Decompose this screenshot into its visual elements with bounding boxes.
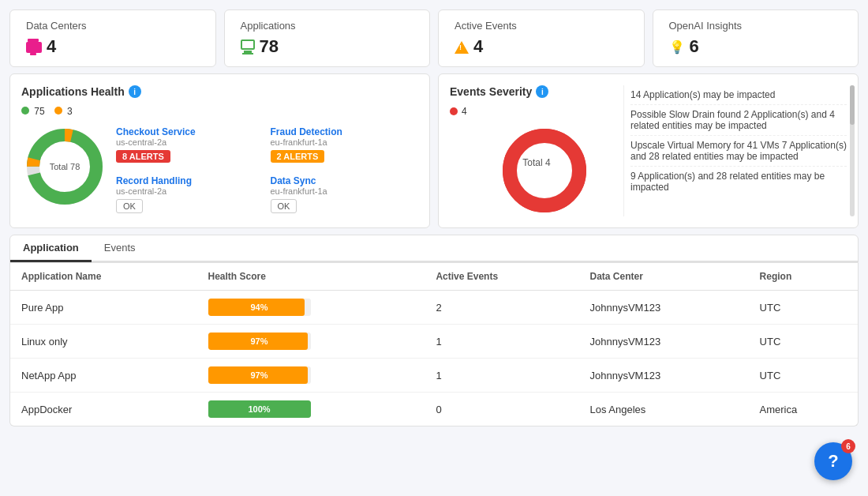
warning-icon: ! [455, 41, 469, 54]
table-header: Application Name Health Score Active Eve… [10, 263, 858, 291]
active-events-value: ! 4 [455, 36, 628, 57]
tab-container: Application Events [9, 235, 859, 263]
app-loc-0: us-central-2a [116, 137, 264, 147]
applications-title: Applications [241, 20, 414, 32]
active-events-title: Active Events [455, 20, 628, 32]
col-health-score: Health Score [197, 263, 425, 291]
row-health-1: 97% [197, 325, 425, 359]
data-table: Application Name Health Score Active Eve… [9, 263, 859, 426]
row-dc-0: JohnnysVM123 [579, 291, 749, 325]
tab-application[interactable]: Application [10, 235, 92, 262]
applications-card[interactable]: Applications 78 [224, 9, 431, 67]
app-cards-grid: Checkout Service us-central-2a 8 ALERTS … [116, 123, 418, 216]
app-card-1: Fraud Detection eu-frankfurt-1a 2 ALERTS [271, 123, 419, 166]
events-left: Events Severity i 4 Total 4 [450, 85, 623, 216]
data-centers-title: Data Centers [26, 20, 200, 32]
col-app-name: Application Name [10, 263, 197, 291]
sev-critical-dot [450, 107, 458, 115]
top-cards-row: Data Centers 4 Applications 78 Active Ev… [0, 0, 868, 73]
app-name-1[interactable]: Fraud Detection [271, 126, 419, 137]
data-centers-value: 4 [26, 36, 200, 57]
col-data-center: Data Center [579, 263, 749, 291]
table-row: NetApp App97%1JohnnysVM123UTC [10, 359, 858, 393]
main-panels: Applications Health i 75 3 [0, 73, 868, 235]
app-loc-2: us-central-2a [116, 186, 264, 196]
sev-msg-1: Possible Slow Drain found 2 Application(… [630, 105, 847, 136]
row-health-3: 100% [197, 393, 425, 426]
app-card-3: Data Sync eu-frankfurt-1a OK [271, 172, 419, 216]
row-events-0: 2 [425, 291, 578, 325]
active-events-card[interactable]: Active Events ! 4 [438, 9, 645, 67]
row-dc-3: Los Angeles [579, 393, 749, 426]
app-badge-1: 2 ALERTS [271, 150, 325, 163]
app-health-info-icon[interactable]: i [129, 85, 141, 98]
health-bar-label-0: 94% [251, 302, 268, 312]
openai-insights-title: OpenAI Insights [669, 20, 843, 32]
sev-legend: 4 [450, 106, 623, 117]
app-badge-2: OK [116, 199, 143, 213]
sev-msg-3: 9 Application(s) and 28 related entities… [630, 167, 847, 197]
donut-total-label: Total 78 [50, 162, 80, 171]
app-loc-1: eu-frankfurt-1a [271, 137, 419, 147]
app-badge-3: OK [271, 199, 297, 213]
sev-donut: Total 4 [497, 123, 576, 202]
legend-orange: 3 [54, 106, 73, 117]
table-body: Pure App94%2JohnnysVM123UTCLinux only97%… [10, 291, 858, 426]
app-name-3[interactable]: Data Sync [271, 175, 419, 186]
row-region-2: UTC [749, 359, 858, 393]
applications-value: 78 [241, 36, 414, 57]
openai-insights-card[interactable]: OpenAI Insights 💡 6 [653, 9, 859, 67]
sev-total-label: Total 4 [522, 157, 550, 168]
events-severity-panel: Events Severity i 4 Total 4 14 Applicati… [438, 73, 859, 228]
health-bar-label-3: 100% [248, 404, 270, 414]
sev-msg-0: 14 Application(s) may be impacted [630, 85, 847, 105]
app-badge-0: 8 ALERTS [116, 150, 170, 163]
health-bar-label-1: 97% [251, 336, 268, 346]
row-health-0: 94% [197, 291, 425, 325]
app-health-title: Applications Health i [21, 85, 418, 98]
app-health-body: Total 78 Checkout Service us-central-2a … [21, 123, 418, 216]
app-loc-3: eu-frankfurt-1a [271, 186, 419, 196]
legend-row: 75 3 [21, 106, 418, 117]
app-card-2: Record Handling us-central-2a OK [116, 172, 264, 216]
events-messages: 14 Application(s) may be impacted Possib… [623, 85, 847, 216]
sev-msg-2: Upscale Virtual Memory for 41 VMs 7 Appl… [630, 136, 847, 167]
row-app-name-0: Pure App [10, 291, 197, 325]
row-region-3: America [749, 393, 858, 426]
table-row: Pure App94%2JohnnysVM123UTC [10, 291, 858, 325]
row-region-1: UTC [749, 325, 858, 359]
monitor-icon [241, 39, 255, 54]
row-dc-1: JohnnysVM123 [579, 325, 749, 359]
legend-green: 75 [21, 106, 45, 117]
health-bar-label-2: 97% [251, 370, 268, 380]
col-region: Region [749, 263, 858, 291]
events-severity-title: Events Severity i [450, 85, 623, 98]
row-events-2: 1 [425, 359, 578, 393]
events-info-icon[interactable]: i [536, 85, 548, 98]
scrollbar-track[interactable] [850, 85, 855, 216]
row-app-name-1: Linux only [10, 325, 197, 359]
row-region-0: UTC [749, 291, 858, 325]
table-row: Linux only97%1JohnnysVM123UTC [10, 325, 858, 359]
tab-events[interactable]: Events [92, 235, 148, 262]
table-row: AppDocker100%0Los AngelesAmerica [10, 393, 858, 426]
dc-icon [26, 42, 42, 53]
bulb-icon: 💡 [669, 39, 685, 54]
row-dc-2: JohnnysVM123 [579, 359, 749, 393]
data-centers-card[interactable]: Data Centers 4 [9, 9, 216, 67]
row-app-name-3: AppDocker [10, 393, 197, 426]
row-events-1: 1 [425, 325, 578, 359]
bottom-section: Application Events Application Name Heal… [0, 235, 868, 436]
scrollbar-thumb[interactable] [850, 85, 855, 125]
tab-bar: Application Events [10, 235, 858, 262]
app-health-donut: Total 78 [21, 123, 108, 210]
app-name-2[interactable]: Record Handling [116, 175, 264, 186]
openai-insights-value: 💡 6 [669, 36, 843, 57]
col-active-events: Active Events [425, 263, 578, 291]
app-name-0[interactable]: Checkout Service [116, 126, 264, 137]
row-health-2: 97% [197, 359, 425, 393]
row-app-name-2: NetApp App [10, 359, 197, 393]
app-health-panel: Applications Health i 75 3 [9, 73, 430, 228]
app-card-0: Checkout Service us-central-2a 8 ALERTS [116, 123, 264, 166]
row-events-3: 0 [425, 393, 578, 426]
